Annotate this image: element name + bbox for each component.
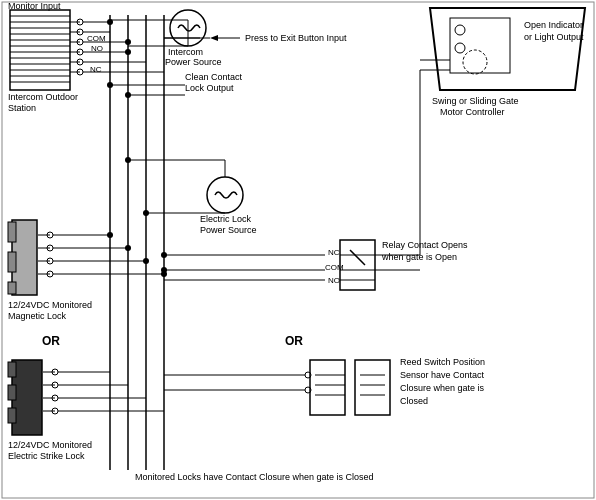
svg-text:Station: Station bbox=[8, 103, 36, 113]
svg-text:Motor Controller: Motor Controller bbox=[440, 107, 505, 117]
svg-text:OR: OR bbox=[42, 334, 60, 348]
svg-text:12/24VDC Monitored: 12/24VDC Monitored bbox=[8, 300, 92, 310]
svg-text:Magnetic Lock: Magnetic Lock bbox=[8, 311, 67, 321]
svg-text:Open Indicator: Open Indicator bbox=[524, 20, 583, 30]
svg-text:NC: NC bbox=[328, 248, 340, 257]
svg-text:Relay Contact Opens: Relay Contact Opens bbox=[382, 240, 468, 250]
svg-point-114 bbox=[161, 267, 167, 273]
svg-point-75 bbox=[107, 232, 113, 238]
svg-text:Closure when gate is: Closure when gate is bbox=[400, 383, 485, 393]
svg-text:Electric Lock: Electric Lock bbox=[200, 214, 252, 224]
svg-text:Intercom: Intercom bbox=[168, 47, 203, 57]
svg-text:Sensor have Contact: Sensor have Contact bbox=[400, 370, 485, 380]
svg-text:COM: COM bbox=[87, 34, 106, 43]
svg-text:when gate is Open: when gate is Open bbox=[381, 252, 457, 262]
svg-point-156 bbox=[125, 49, 131, 55]
svg-point-152 bbox=[107, 82, 113, 88]
svg-text:Power Source: Power Source bbox=[165, 57, 222, 67]
svg-text:NC: NC bbox=[90, 65, 102, 74]
svg-text:OR: OR bbox=[285, 334, 303, 348]
svg-point-150 bbox=[143, 210, 149, 216]
svg-rect-84 bbox=[8, 385, 16, 400]
svg-text:Electric Strike Lock: Electric Strike Lock bbox=[8, 451, 85, 461]
svg-rect-60 bbox=[8, 222, 16, 242]
svg-text:Lock Output: Lock Output bbox=[185, 83, 234, 93]
svg-text:Monitored Locks have Contact C: Monitored Locks have Contact Closure whe… bbox=[135, 472, 374, 482]
svg-text:Clean Contact: Clean Contact bbox=[185, 72, 243, 82]
svg-point-153 bbox=[125, 92, 131, 98]
svg-text:Intercom Outdoor: Intercom Outdoor bbox=[8, 92, 78, 102]
svg-text:Swing or Sliding Gate: Swing or Sliding Gate bbox=[432, 96, 519, 106]
svg-point-76 bbox=[125, 245, 131, 251]
svg-point-113 bbox=[161, 252, 167, 258]
svg-text:Reed Switch Position: Reed Switch Position bbox=[400, 357, 485, 367]
svg-text:NO: NO bbox=[91, 44, 103, 53]
svg-text:NO: NO bbox=[328, 276, 340, 285]
svg-text:COM: COM bbox=[325, 263, 344, 272]
wiring-diagram: Monitor Input Intercom Outdoor Station I… bbox=[0, 0, 596, 500]
svg-rect-62 bbox=[8, 282, 16, 294]
svg-text:Power Source: Power Source bbox=[200, 225, 257, 235]
svg-text:Closed: Closed bbox=[400, 396, 428, 406]
svg-rect-85 bbox=[8, 408, 16, 423]
svg-point-155 bbox=[125, 39, 131, 45]
svg-rect-83 bbox=[8, 362, 16, 377]
svg-point-77 bbox=[143, 258, 149, 264]
svg-text:12/24VDC Monitored: 12/24VDC Monitored bbox=[8, 440, 92, 450]
svg-point-148 bbox=[125, 157, 131, 163]
svg-rect-61 bbox=[8, 252, 16, 272]
svg-rect-0 bbox=[2, 2, 594, 498]
svg-text:Press to Exit Button Input: Press to Exit Button Input bbox=[245, 33, 347, 43]
svg-point-154 bbox=[107, 19, 113, 25]
svg-text:Monitor Input: Monitor Input bbox=[8, 1, 61, 11]
svg-text:or Light Output: or Light Output bbox=[524, 32, 584, 42]
